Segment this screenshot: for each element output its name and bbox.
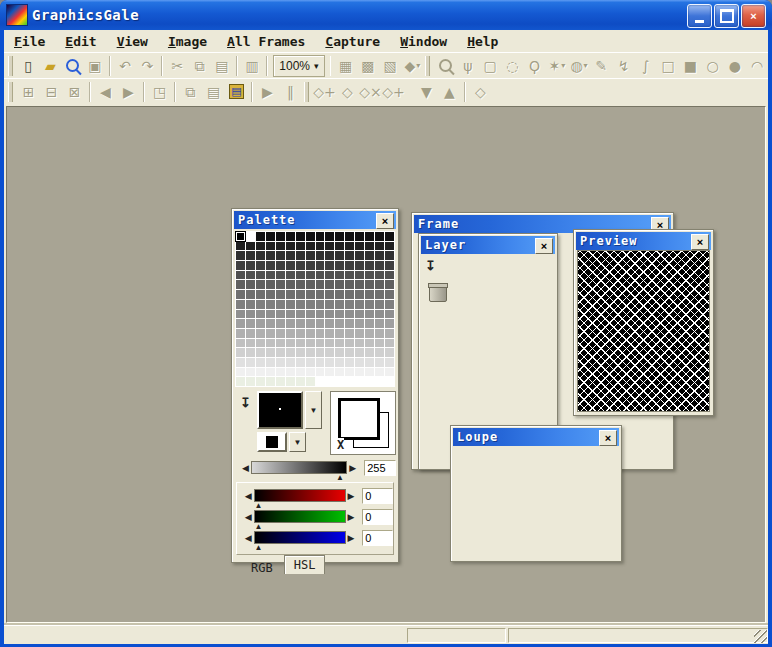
palette-cell[interactable] bbox=[246, 251, 255, 260]
palette-cell[interactable] bbox=[306, 348, 315, 357]
alpha-slider-thumb[interactable]: ▲ bbox=[336, 473, 344, 482]
palette-cell[interactable] bbox=[256, 377, 265, 386]
palette-cell[interactable] bbox=[286, 358, 295, 367]
palette-cell[interactable] bbox=[276, 232, 285, 241]
palette-cell[interactable] bbox=[296, 358, 305, 367]
palette-cell[interactable] bbox=[306, 271, 315, 280]
palette-cell[interactable] bbox=[266, 368, 275, 377]
palette-cell[interactable] bbox=[256, 348, 265, 357]
palette-cell[interactable] bbox=[296, 232, 305, 241]
palette-cell[interactable] bbox=[296, 300, 305, 309]
palette-cell[interactable] bbox=[325, 339, 334, 348]
palette-cell[interactable] bbox=[246, 232, 255, 241]
tab-hsl[interactable]: HSL bbox=[284, 555, 326, 574]
palette-cell[interactable] bbox=[355, 271, 364, 280]
palette-cell[interactable] bbox=[276, 242, 285, 251]
palette-cell[interactable] bbox=[246, 290, 255, 299]
menu-item-edit[interactable]: Edit bbox=[55, 32, 106, 51]
palette-cell[interactable] bbox=[385, 242, 394, 251]
palette-cell[interactable] bbox=[325, 290, 334, 299]
palette-cell[interactable] bbox=[385, 280, 394, 289]
palette-cell[interactable] bbox=[246, 310, 255, 319]
palette-cell[interactable] bbox=[365, 251, 374, 260]
palette-cell[interactable] bbox=[365, 280, 374, 289]
palette-cell[interactable] bbox=[256, 280, 265, 289]
red-slider-thumb[interactable]: ▲ bbox=[255, 501, 263, 510]
palette-cell[interactable] bbox=[335, 368, 344, 377]
palette-cell[interactable] bbox=[266, 339, 275, 348]
palette-cell[interactable] bbox=[345, 232, 354, 241]
palette-close-button[interactable]: × bbox=[376, 213, 394, 229]
palette-cell[interactable] bbox=[325, 261, 334, 270]
palette-cell[interactable] bbox=[296, 290, 305, 299]
palette-cell[interactable] bbox=[276, 329, 285, 338]
preview-window-titlebar[interactable]: Preview × bbox=[576, 232, 711, 250]
palette-cell[interactable] bbox=[375, 242, 384, 251]
paste-new-frame-button[interactable]: ▤ bbox=[225, 81, 248, 103]
palette-cell[interactable] bbox=[286, 261, 295, 270]
palette-cell[interactable] bbox=[276, 368, 285, 377]
green-slider-track[interactable]: ▲ bbox=[254, 510, 346, 523]
palette-cell[interactable] bbox=[325, 251, 334, 260]
palette-cell[interactable] bbox=[246, 242, 255, 251]
palette-cell[interactable] bbox=[286, 310, 295, 319]
palette-cell[interactable] bbox=[335, 300, 344, 309]
palette-cell[interactable] bbox=[355, 251, 364, 260]
palette-cell[interactable] bbox=[306, 280, 315, 289]
palette-cell[interactable] bbox=[266, 242, 275, 251]
palette-cell[interactable] bbox=[365, 242, 374, 251]
palette-cell[interactable] bbox=[335, 329, 344, 338]
palette-cell[interactable] bbox=[246, 319, 255, 328]
menu-item-view[interactable]: View bbox=[107, 32, 158, 51]
palette-cell[interactable] bbox=[256, 358, 265, 367]
palette-cell[interactable] bbox=[385, 310, 394, 319]
palette-cell[interactable] bbox=[345, 251, 354, 260]
palette-cell[interactable] bbox=[316, 358, 325, 367]
alpha-slider-track[interactable]: ▲ bbox=[251, 461, 347, 474]
palette-cell[interactable] bbox=[325, 300, 334, 309]
palette-cell[interactable] bbox=[236, 368, 245, 377]
palette-cell[interactable] bbox=[325, 358, 334, 367]
palette-cell[interactable] bbox=[256, 290, 265, 299]
palette-cell[interactable] bbox=[325, 329, 334, 338]
palette-cell[interactable] bbox=[256, 300, 265, 309]
green-slider-increase-button[interactable]: ▶ bbox=[346, 512, 357, 522]
palette-cell[interactable] bbox=[365, 319, 374, 328]
palette-cell[interactable] bbox=[266, 290, 275, 299]
palette-cell[interactable] bbox=[246, 300, 255, 309]
palette-cell[interactable] bbox=[385, 290, 394, 299]
palette-cell[interactable] bbox=[335, 358, 344, 367]
palette-cell[interactable] bbox=[355, 290, 364, 299]
palette-cell[interactable] bbox=[236, 251, 245, 260]
palette-cell[interactable] bbox=[335, 339, 344, 348]
palette-cell[interactable] bbox=[246, 261, 255, 270]
palette-cell[interactable] bbox=[266, 358, 275, 367]
palette-cell[interactable] bbox=[365, 290, 374, 299]
palette-cell[interactable] bbox=[246, 339, 255, 348]
palette-cell[interactable] bbox=[296, 242, 305, 251]
palette-cell[interactable] bbox=[325, 348, 334, 357]
palette-cell[interactable] bbox=[355, 300, 364, 309]
palette-cell[interactable] bbox=[316, 280, 325, 289]
palette-cell[interactable] bbox=[296, 319, 305, 328]
palette-cell[interactable] bbox=[355, 319, 364, 328]
palette-cell[interactable] bbox=[345, 290, 354, 299]
palette-cell[interactable] bbox=[306, 300, 315, 309]
palette-cell[interactable] bbox=[276, 339, 285, 348]
open-file-button[interactable]: ▰ bbox=[39, 55, 61, 77]
palette-cell[interactable] bbox=[306, 339, 315, 348]
palette-cell[interactable] bbox=[266, 261, 275, 270]
palette-window-titlebar[interactable]: Palette × bbox=[234, 211, 396, 229]
palette-cell[interactable] bbox=[296, 251, 305, 260]
palette-cell[interactable] bbox=[365, 358, 374, 367]
palette-cell[interactable] bbox=[266, 319, 275, 328]
palette-cell[interactable] bbox=[296, 310, 305, 319]
palette-cell[interactable] bbox=[375, 329, 384, 338]
palette-cell[interactable] bbox=[375, 251, 384, 260]
palette-cell[interactable] bbox=[335, 280, 344, 289]
palette-cell[interactable] bbox=[335, 261, 344, 270]
palette-cell[interactable] bbox=[306, 310, 315, 319]
resize-grip[interactable] bbox=[754, 630, 767, 643]
palette-cell[interactable] bbox=[375, 300, 384, 309]
fg-bg-selector[interactable]: X bbox=[330, 391, 396, 455]
